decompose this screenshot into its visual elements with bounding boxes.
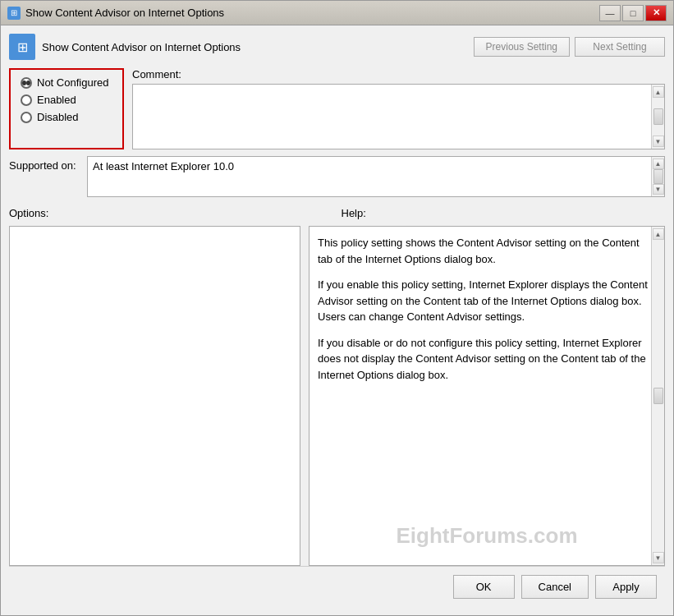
comment-label: Comment:	[132, 68, 665, 80]
help-box: This policy setting shows the Content Ad…	[309, 226, 665, 566]
next-setting-button[interactable]: Next Setting	[575, 37, 665, 57]
previous-setting-button[interactable]: Previous Setting	[474, 37, 570, 57]
options-label: Options:	[9, 207, 333, 219]
comment-scroll-thumb[interactable]	[653, 108, 663, 125]
supported-value: At least Internet Explorer 10.0	[93, 160, 234, 172]
top-section: Not Configured Enabled Disabled Comment:	[9, 68, 665, 149]
header-row: ⊞ Show Content Advisor on Internet Optio…	[9, 34, 665, 60]
supported-label: Supported on:	[9, 159, 79, 172]
radio-enabled-input[interactable]	[21, 94, 32, 106]
footer: OK Cancel Apply	[9, 566, 665, 607]
ok-button[interactable]: OK	[453, 575, 515, 599]
header-icon: ⊞	[9, 34, 35, 60]
help-paragraph-1: This policy setting shows the Content Ad…	[318, 235, 654, 267]
radio-disabled-label: Disabled	[37, 111, 79, 123]
watermark: EightForums.com	[396, 523, 577, 549]
apply-button[interactable]: Apply	[595, 575, 657, 599]
options-content	[10, 227, 300, 565]
header-buttons: Previous Setting Next Setting	[474, 37, 665, 57]
close-button[interactable]: ✕	[645, 5, 667, 21]
dialog-content: ⊞ Show Content Advisor on Internet Optio…	[1, 25, 673, 615]
main-area: Not Configured Enabled Disabled Comment:	[9, 68, 665, 566]
help-scroll-thumb[interactable]	[653, 388, 663, 404]
minimize-button[interactable]: —	[599, 5, 621, 21]
radio-not-configured[interactable]: Not Configured	[21, 76, 112, 89]
supported-scroll-thumb[interactable]	[653, 169, 663, 184]
help-scroll-down[interactable]: ▼	[653, 552, 664, 563]
comment-scroll-up[interactable]: ▲	[653, 86, 664, 98]
help-text: This policy setting shows the Content Ad…	[318, 235, 654, 383]
radio-not-configured-label: Not Configured	[37, 76, 108, 89]
comment-textarea[interactable]: ▲ ▼	[132, 84, 665, 149]
bottom-section: This policy setting shows the Content Ad…	[9, 226, 665, 566]
supported-box: At least Internet Explorer 10.0 ▲ ▼	[87, 156, 665, 197]
supported-section: Supported on: At least Internet Explorer…	[9, 156, 665, 197]
dialog-title: Show Content Advisor on Internet Options	[42, 41, 241, 53]
radio-disabled[interactable]: Disabled	[21, 111, 112, 123]
window-icon: ⊞	[7, 7, 21, 20]
help-paragraph-3: If you disable or do not configure this …	[318, 335, 654, 384]
main-window: ⊞ Show Content Advisor on Internet Optio…	[0, 0, 674, 616]
help-scrollbar[interactable]: ▲ ▼	[651, 227, 664, 565]
header-left: ⊞ Show Content Advisor on Internet Optio…	[9, 34, 241, 60]
middle-section: Options: Help:	[9, 207, 665, 219]
radio-enabled[interactable]: Enabled	[21, 94, 112, 106]
comment-section: Comment: ▲ ▼	[132, 68, 665, 149]
supported-scroll-up[interactable]: ▲	[653, 159, 664, 169]
title-bar-left: ⊞ Show Content Advisor on Internet Optio…	[7, 7, 224, 20]
window-title: Show Content Advisor on Internet Options	[25, 7, 224, 19]
comment-scrollbar[interactable]: ▲ ▼	[651, 85, 664, 149]
maximize-button[interactable]: □	[622, 5, 644, 21]
cancel-button[interactable]: Cancel	[521, 575, 589, 599]
help-label: Help:	[342, 207, 666, 219]
radio-enabled-label: Enabled	[37, 94, 76, 106]
comment-text-area-content[interactable]	[133, 85, 651, 149]
comment-scroll-down[interactable]: ▼	[653, 136, 664, 147]
radio-group: Not Configured Enabled Disabled	[9, 68, 124, 149]
help-scroll-up[interactable]: ▲	[653, 228, 664, 240]
radio-not-configured-input[interactable]	[21, 77, 32, 89]
radio-disabled-input[interactable]	[21, 112, 32, 123]
title-buttons: — □ ✕	[599, 5, 667, 21]
supported-scroll-down[interactable]: ▼	[653, 184, 664, 195]
help-paragraph-2: If you enable this policy setting, Inter…	[318, 277, 654, 325]
supported-scrollbar[interactable]: ▲ ▼	[651, 157, 664, 196]
options-box	[9, 226, 300, 566]
title-bar: ⊞ Show Content Advisor on Internet Optio…	[1, 1, 673, 25]
